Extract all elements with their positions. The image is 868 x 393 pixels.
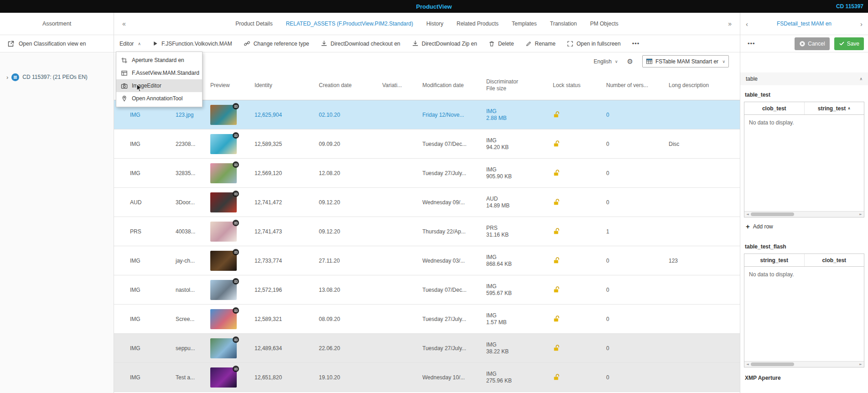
menu-item-annotation-tool[interactable]: Open AnnotationTool — [116, 92, 202, 105]
lock-open-icon[interactable] — [553, 286, 561, 294]
save-button[interactable]: Save — [834, 37, 864, 50]
camera-badge-icon — [233, 307, 239, 314]
lock-open-icon[interactable] — [553, 169, 561, 177]
grid-column-clob-test[interactable]: clob_test — [804, 254, 864, 266]
table-row[interactable]: IMG Test a... 12,651,820 — [114, 363, 740, 392]
scroll-left-icon[interactable]: ◄ — [744, 362, 751, 366]
download-zip-button[interactable]: DirectDownload Zip en — [412, 40, 477, 47]
scroll-left-icon[interactable]: ◄ — [744, 212, 751, 216]
lock-open-icon[interactable] — [553, 198, 561, 206]
rename-button[interactable]: Rename — [525, 41, 556, 47]
table-row[interactable]: IMG seppu... 12,489,634 — [114, 334, 740, 363]
column-header-discriminator[interactable]: Discriminator File size — [486, 70, 552, 100]
run-function-button[interactable]: F.JSFunction.Volkovich.MAM — [152, 41, 232, 47]
asset-table-body: IMG 123.jpg 12,625,904 — [114, 100, 740, 393]
section-table[interactable]: table ∧ — [740, 72, 868, 85]
expander-icon[interactable]: › — [6, 74, 8, 81]
table-view-select[interactable]: FSTable MAM Standart en ∨ — [642, 55, 729, 67]
scroll-right-icon[interactable]: ► — [858, 362, 864, 366]
tree-item-cd115397[interactable]: › CD 115397: (21 PEOs EN) — [0, 72, 114, 83]
tab[interactable]: Templates — [512, 21, 537, 27]
grid-column-string-test[interactable]: string_test — [744, 254, 804, 266]
scrollbar-thumb[interactable] — [751, 212, 794, 216]
lock-open-icon[interactable] — [553, 140, 561, 148]
panel-prev-icon[interactable]: ‹ — [746, 20, 748, 28]
column-header-long-description[interactable]: Long description — [669, 70, 740, 100]
change-reference-type-button[interactable]: Change reference type — [244, 40, 309, 47]
tab[interactable]: PM Objects — [590, 21, 619, 27]
open-classification-button[interactable]: Open Classification view en — [0, 35, 114, 52]
column-header-modification-date[interactable]: Modification date — [422, 70, 486, 100]
lock-open-icon[interactable] — [553, 257, 561, 264]
open-fullscreen-button[interactable]: Open in fullscreen — [567, 41, 621, 47]
lock-open-icon[interactable] — [553, 344, 561, 352]
tabs-scroll-right-icon[interactable]: » — [726, 20, 733, 27]
asset-thumbnail[interactable] — [210, 251, 237, 271]
tab[interactable]: Translation — [550, 21, 577, 27]
tab[interactable]: Product Details — [235, 21, 272, 27]
detail-view-title[interactable]: FSDetail_test MAM en — [777, 21, 832, 27]
table-row[interactable]: PRS 40038... 12,741,473 — [114, 217, 740, 246]
horizontal-scrollbar[interactable]: ◄ ► — [744, 361, 864, 367]
menu-item-assetview-standard[interactable]: F.AssetView.MAM.Standard — [116, 67, 202, 79]
table-row[interactable]: IMG jay-ch... 12,733,774 — [114, 246, 740, 275]
view-settings-row: English ∨ ⚙ FSTable MAM Standart en ∨ — [114, 52, 740, 70]
asset-thumbnail[interactable] — [210, 280, 237, 300]
panel-more-icon[interactable]: ••• — [748, 40, 755, 47]
scroll-right-icon[interactable]: ► — [858, 212, 864, 216]
lock-open-icon[interactable] — [553, 111, 561, 119]
cancel-button[interactable]: Cancel — [795, 37, 829, 50]
add-row-button[interactable]: + Add row — [746, 223, 863, 230]
table-row[interactable]: IMG 123.jpg 12,625,904 — [114, 100, 740, 129]
tab[interactable]: RELATED_ASSETS (F.ProductView.PIM2.Stand… — [286, 21, 413, 27]
table-row[interactable]: IMG Scree... 12,589,321 — [114, 305, 740, 334]
table-row[interactable]: IMG 22308... 12,589,325 — [114, 129, 740, 159]
detail-panel-header: ‹ FSDetail_test MAM en › — [740, 13, 868, 35]
column-header-preview[interactable]: Preview — [210, 70, 255, 100]
grid-empty-message: No data to display. — [744, 115, 864, 211]
table-test-grid: clob_test string_test ∧ No data to displ… — [744, 102, 864, 217]
asset-thumbnail[interactable] — [210, 222, 237, 242]
section-xmp-aperture[interactable]: XMP Aperture — [745, 375, 863, 381]
lock-open-icon[interactable] — [553, 228, 561, 235]
column-header-lock-status[interactable]: Lock status — [552, 70, 605, 100]
asset-thumbnail[interactable] — [210, 309, 237, 329]
grid-column-clob-test[interactable]: clob_test — [744, 102, 804, 114]
asset-thumbnail[interactable] — [210, 134, 237, 154]
scrollbar-thumb[interactable] — [751, 362, 794, 366]
open-classification-label: Open Classification view en — [19, 41, 86, 47]
asset-identity: 12,589,325 — [255, 129, 319, 158]
download-checkout-button[interactable]: DirectDownload checkout en — [321, 40, 400, 47]
asset-thumbnail[interactable] — [210, 163, 237, 183]
editor-dropdown-button[interactable]: Editor ∧ — [120, 41, 141, 47]
table-row[interactable]: AUD 3Door... 12,741,472 — [114, 188, 740, 217]
menu-item-aperture-standard[interactable]: Aperture Standard en — [116, 54, 202, 67]
tab[interactable]: History — [426, 21, 443, 27]
asset-creation-date: 08.09.20 — [319, 305, 382, 333]
tabs-scroll-left-icon[interactable]: « — [120, 20, 128, 27]
lock-open-icon[interactable] — [553, 315, 561, 323]
column-header-identity[interactable]: Identity — [255, 70, 319, 100]
asset-thumbnail[interactable] — [210, 192, 237, 212]
column-header-creation-date[interactable]: Creation date — [319, 70, 382, 100]
language-label: English — [594, 58, 612, 65]
table-row[interactable]: IMG nastol... 12,572,196 — [114, 275, 740, 305]
asset-thumbnail[interactable] — [210, 105, 237, 125]
panel-next-icon[interactable]: › — [860, 20, 863, 28]
delete-button[interactable]: Delete — [489, 41, 514, 47]
asset-thumbnail[interactable] — [210, 367, 237, 388]
tab[interactable]: Related Products — [457, 21, 499, 27]
more-actions-icon[interactable]: ••• — [632, 40, 640, 47]
lock-open-icon[interactable] — [553, 373, 561, 381]
asset-creation-date: 09.12.20 — [319, 217, 382, 246]
table-row[interactable]: IMG 32835... 12,569,120 — [114, 159, 740, 188]
menu-item-image-editor[interactable]: ImageEditor — [116, 79, 202, 92]
column-header-versions[interactable]: Number of vers... — [605, 70, 669, 100]
grid-column-string-test[interactable]: string_test ∧ — [804, 102, 864, 114]
language-select[interactable]: English ∨ — [594, 58, 618, 65]
horizontal-scrollbar[interactable]: ◄ ► — [744, 211, 864, 217]
column-header-variation[interactable]: Variati... — [382, 70, 422, 100]
menu-item-label: F.AssetView.MAM.Standard — [132, 70, 199, 76]
asset-thumbnail[interactable] — [210, 338, 237, 358]
gear-icon[interactable]: ⚙ — [627, 57, 633, 66]
